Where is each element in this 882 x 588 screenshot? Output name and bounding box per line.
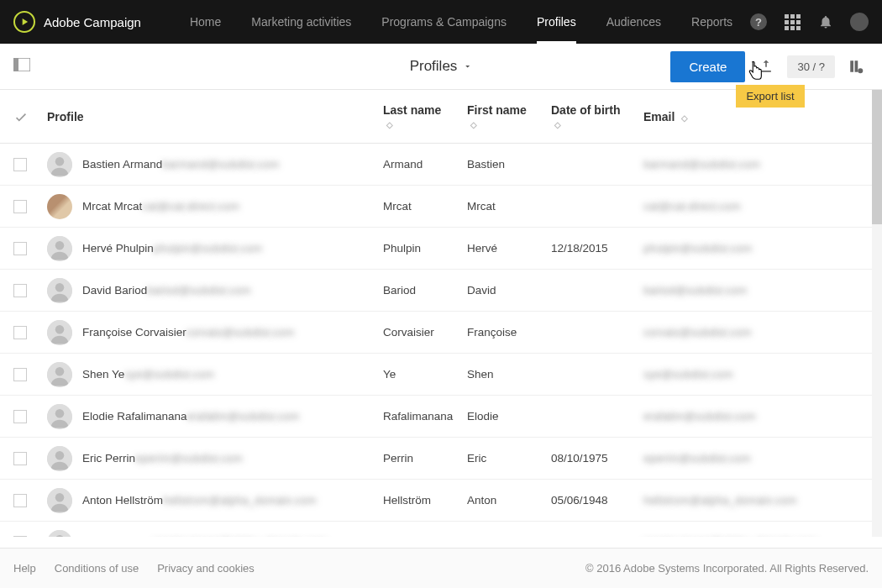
cell-firstname: Shen <box>467 368 551 381</box>
app-logo[interactable]: Adobe Campaign <box>13 11 141 33</box>
table-row[interactable]: Monica Lopez monica.lopez@alpha_domain.c… <box>0 522 882 537</box>
table-row[interactable]: Hervé Phulpin phulpin@subdist.comPhulpin… <box>0 228 882 270</box>
cell-email: monica.lopez@alpha_domain.com <box>643 536 869 537</box>
row-checkbox[interactable] <box>13 242 27 255</box>
cell-lastname: Perrin <box>383 452 467 465</box>
cell-email: sye@subdist.com <box>643 368 869 381</box>
col-header-dob[interactable]: Date of birth◇ <box>551 103 643 130</box>
profile-email-blurred: erafalim@subdist.com <box>187 410 300 423</box>
nav-audiences[interactable]: Audiences <box>591 0 676 44</box>
footer-privacy-link[interactable]: Privacy and cookies <box>157 562 255 575</box>
avatar-icon <box>47 404 72 429</box>
row-checkbox[interactable] <box>13 326 27 339</box>
profile-name: Shen Ye <box>82 368 124 381</box>
user-avatar-icon[interactable] <box>850 13 869 31</box>
cell-lastname: Corvaisier <box>383 326 467 339</box>
profile-name: Anton Hellström <box>82 494 163 507</box>
logo-icon <box>13 11 35 33</box>
profile-cell: Mrcat Mrcat cat@cat.direct.com <box>47 194 383 219</box>
bell-icon[interactable] <box>816 13 835 31</box>
table-row[interactable]: Anton Hellström hellstrom@alpha_domain.c… <box>0 480 882 522</box>
cell-dob: 05/06/1948 <box>551 494 643 507</box>
help-icon[interactable]: ? <box>749 13 768 31</box>
cell-firstname: Françoise <box>467 326 551 339</box>
table-row[interactable]: David Bariod bariod@subdist.comBariodDav… <box>0 270 882 312</box>
profile-name: Eric Perrin <box>82 452 135 465</box>
panel-toggle-icon[interactable] <box>13 58 30 75</box>
svg-rect-2 <box>850 60 853 72</box>
profile-email-blurred: cat@cat.direct.com <box>142 200 239 213</box>
nav-programs[interactable]: Programs & Campaigns <box>366 0 522 44</box>
export-list-button[interactable] <box>753 54 779 79</box>
profile-cell: Elodie Rafalimanana erafalim@subdist.com <box>47 404 383 429</box>
cell-lastname: Hellström <box>383 494 467 507</box>
cell-email: bariod@subdist.com <box>643 284 869 297</box>
row-checkbox[interactable] <box>13 368 27 381</box>
svg-point-16 <box>55 409 65 418</box>
cell-email: phulpin@subdist.com <box>643 242 869 255</box>
cell-firstname: Mrcat <box>467 200 551 213</box>
profile-cell: Monica Lopez monica.lopez@alpha_domain.c… <box>47 530 383 538</box>
profile-cell: David Bariod bariod@subdist.com <box>47 278 383 303</box>
apps-grid-icon[interactable] <box>783 13 801 31</box>
table-row[interactable]: Françoise Corvaisier corvais@subdist.com… <box>0 312 882 354</box>
profile-name: David Bariod <box>82 284 147 297</box>
svg-point-20 <box>55 493 65 502</box>
col-header-profile[interactable]: Profile <box>47 110 383 123</box>
primary-nav: Home Marketing activities Programs & Cam… <box>175 0 748 44</box>
table-row[interactable]: Mrcat Mrcat cat@cat.direct.comMrcatMrcat… <box>0 186 882 228</box>
table-row[interactable]: Shen Ye sye@subdist.comYeShensye@subdist… <box>0 354 882 396</box>
avatar-icon <box>47 236 72 261</box>
profile-email-blurred: monica.lopez@alpha_domain.com <box>153 536 327 537</box>
row-checkbox[interactable] <box>13 158 27 171</box>
row-checkbox[interactable] <box>13 494 27 507</box>
create-button[interactable]: Create <box>670 51 745 82</box>
svg-rect-1 <box>13 58 18 71</box>
profile-cell: Anton Hellström hellstrom@alpha_domain.c… <box>47 488 383 513</box>
avatar-icon <box>47 488 72 513</box>
footer-conditions-link[interactable]: Conditions of use <box>55 562 139 575</box>
avatar-icon <box>47 194 72 219</box>
profile-cell: Eric Perrin eperrin@subdist.com <box>47 446 383 471</box>
configure-columns-icon[interactable] <box>843 54 869 79</box>
row-checkbox[interactable] <box>13 200 27 213</box>
profile-email-blurred: bariod@subdist.com <box>147 284 250 297</box>
profile-name: Bastien Armand <box>82 158 162 171</box>
row-checkbox[interactable] <box>13 410 27 423</box>
svg-point-8 <box>55 241 65 250</box>
cell-email: erafalim@subdist.com <box>643 410 869 423</box>
row-checkbox[interactable] <box>13 284 27 297</box>
cell-lastname: Lopez <box>383 536 467 537</box>
row-checkbox[interactable] <box>13 452 27 465</box>
avatar-icon <box>47 446 72 471</box>
cell-lastname: Rafalimanana <box>383 410 467 423</box>
col-header-email[interactable]: Email ◇ <box>643 110 869 123</box>
table-row[interactable]: Elodie Rafalimanana erafalim@subdist.com… <box>0 396 882 438</box>
table-row[interactable]: Bastien Armand barmand@subdist.comArmand… <box>0 144 882 186</box>
page-title-dropdown[interactable]: Profiles <box>410 58 473 75</box>
row-checkbox[interactable] <box>13 536 27 538</box>
page-footer: Help Conditions of use Privacy and cooki… <box>0 548 882 588</box>
profile-cell: Françoise Corvaisier corvais@subdist.com <box>47 320 383 345</box>
nav-reports[interactable]: Reports <box>676 0 748 44</box>
nav-marketing[interactable]: Marketing activities <box>236 0 366 44</box>
sort-icon: ◇ <box>386 120 393 129</box>
svg-rect-3 <box>855 60 858 72</box>
page-toolbar: Profiles Create 30 / ? Export list <box>0 44 882 90</box>
select-all-checkbox[interactable] <box>13 109 47 124</box>
footer-copyright: © 2016 Adobe Systems Incorporated. All R… <box>585 562 869 575</box>
col-header-firstname[interactable]: First name◇ <box>467 103 551 130</box>
cell-firstname: Bastien <box>467 158 551 171</box>
col-header-lastname[interactable]: Last name◇ <box>383 103 467 130</box>
nav-profiles[interactable]: Profiles <box>522 0 591 44</box>
sort-icon: ◇ <box>681 113 688 123</box>
footer-help-link[interactable]: Help <box>13 562 36 575</box>
profile-name: Monica Lopez <box>82 536 153 537</box>
cell-email: corvais@subdist.com <box>643 326 869 339</box>
vertical-scrollbar[interactable] <box>872 90 882 537</box>
profile-cell: Bastien Armand barmand@subdist.com <box>47 152 383 177</box>
table-row[interactable]: Eric Perrin eperrin@subdist.comPerrinEri… <box>0 438 882 480</box>
svg-point-10 <box>55 283 65 292</box>
top-right-icons: ? <box>749 13 869 31</box>
nav-home[interactable]: Home <box>175 0 236 44</box>
